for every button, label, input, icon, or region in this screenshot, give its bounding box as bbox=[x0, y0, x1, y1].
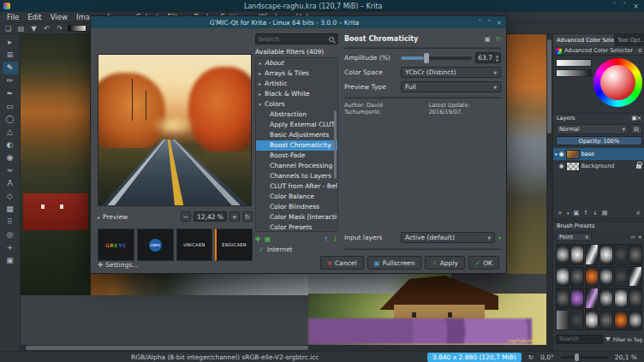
zoom-in-button[interactable]: + bbox=[230, 211, 240, 222]
ellipse-tool-icon[interactable]: ◯ bbox=[3, 113, 18, 126]
brush-preset[interactable] bbox=[599, 244, 613, 265]
close-icon[interactable]: × bbox=[633, 3, 639, 10]
brush-preset[interactable] bbox=[585, 244, 599, 265]
duplicate-layer-button[interactable]: ▣ bbox=[573, 210, 579, 217]
canvas-rotation-icon[interactable]: ↻ bbox=[528, 353, 534, 361]
opacity-slider[interactable]: Opacity: 100% bbox=[556, 136, 642, 145]
brush-preset[interactable] bbox=[599, 266, 613, 288]
layer-row-base[interactable]: ▾ ◉ base bbox=[553, 148, 644, 160]
filter-item[interactable]: Apply External CLUT bbox=[256, 120, 337, 130]
visibility-eye-icon[interactable]: ◉ bbox=[559, 151, 564, 157]
gmic-dialog-titlebar[interactable]: G'MIC-Qt for Krita - Linux 64 bits - 3.0… bbox=[91, 16, 506, 28]
close-docker-icon[interactable]: × bbox=[637, 115, 641, 122]
layer-row-background[interactable]: ▾ ◉ Background bbox=[553, 160, 644, 172]
zoom-reset-icon[interactable]: ↻ bbox=[242, 211, 253, 222]
canvas-vertical-scrollbar[interactable] bbox=[546, 34, 552, 351]
brush-search-input[interactable] bbox=[556, 335, 603, 344]
redo-icon[interactable]: ↷ bbox=[55, 25, 64, 33]
reset-parameters-icon[interactable]: ↻ bbox=[496, 35, 501, 43]
layers-options-icon[interactable]: ▾ bbox=[498, 234, 501, 240]
minimize-icon[interactable]: ˇ bbox=[612, 3, 616, 10]
filter-item[interactable]: CLUT from After - Before bbox=[256, 181, 337, 192]
filter-item[interactable]: Color Balance bbox=[256, 192, 337, 202]
freehand-brush-tool-icon[interactable]: ✎ bbox=[3, 62, 18, 74]
add-preset-button[interactable]: + bbox=[638, 234, 642, 240]
ok-button[interactable]: ✓ OK bbox=[468, 256, 499, 270]
rectangle-tool-icon[interactable]: ▭ bbox=[3, 100, 18, 113]
reference-tool-icon[interactable]: ▦ bbox=[3, 203, 18, 216]
app-titlebar[interactable]: Landscape-raghu.kra (120,7 MiB) – Krita … bbox=[0, 0, 644, 12]
gmic-preview-image[interactable] bbox=[98, 54, 252, 206]
brush-preset[interactable] bbox=[556, 244, 569, 265]
add-layer-dropdown-icon[interactable]: ▾ bbox=[567, 211, 569, 216]
internet-checkbox[interactable]: ✓ Internet bbox=[259, 246, 292, 253]
brush-preset[interactable] bbox=[614, 266, 628, 288]
delete-layer-button[interactable]: × bbox=[635, 210, 641, 217]
brush-preset[interactable] bbox=[614, 310, 628, 331]
canvas-horizontal-scrollbar[interactable] bbox=[21, 345, 546, 351]
collapse-arrow-icon[interactable]: ▸ bbox=[98, 214, 100, 220]
preview-checkbox-label[interactable]: Preview bbox=[103, 213, 128, 221]
zoom-tool-icon[interactable]: + bbox=[3, 241, 18, 254]
cancel-button[interactable]: × Cancel bbox=[320, 256, 364, 270]
brush-preset[interactable] bbox=[570, 266, 584, 288]
shade-strip[interactable] bbox=[556, 69, 592, 77]
add-layer-button[interactable]: + bbox=[558, 210, 563, 217]
line-tool-icon[interactable]: ✏ bbox=[3, 74, 18, 87]
dialog-close-icon[interactable]: × bbox=[497, 19, 502, 27]
color-space-dropdown[interactable]: YCbCr (Distinct) ▼ bbox=[401, 67, 501, 78]
filter-item[interactable]: Abstraction bbox=[256, 110, 337, 120]
filter-item[interactable]: Channel Processing bbox=[256, 161, 337, 171]
move-up-icon[interactable]: ↑ bbox=[324, 235, 330, 243]
selector-settings-icon[interactable]: ≡ bbox=[638, 47, 642, 54]
brush-preset[interactable] bbox=[629, 310, 642, 331]
input-layers-dropdown[interactable]: Active (default) ▼ bbox=[401, 232, 495, 243]
filter-list-scrollbar[interactable] bbox=[334, 110, 337, 180]
brush-preset[interactable] bbox=[614, 244, 628, 265]
preview-type-dropdown[interactable]: Full ▼ bbox=[401, 81, 501, 92]
brush-preset[interactable] bbox=[570, 244, 584, 265]
filter-in-tag-label[interactable]: Filter in Tag bbox=[613, 336, 642, 342]
visibility-eye-icon[interactable]: ◉ bbox=[559, 163, 564, 169]
canvas-angle-value[interactable]: 0,0° bbox=[540, 353, 554, 361]
blend-mode-dropdown[interactable]: Normal ▼ bbox=[556, 124, 629, 134]
gradient-tool-icon[interactable]: ◐ bbox=[3, 139, 18, 151]
brush-preset[interactable] bbox=[585, 288, 599, 309]
dialog-minimize-icon[interactable]: ˇ bbox=[478, 19, 481, 27]
filter-search-input[interactable] bbox=[256, 36, 329, 43]
tab-advanced-color-selector[interactable]: Advanced Color Sele... bbox=[553, 34, 614, 46]
filter-category[interactable]: ▸Arrays & Tiles bbox=[256, 68, 337, 79]
add-fave-icon[interactable]: ✚ bbox=[255, 235, 261, 243]
brush-preset[interactable] bbox=[556, 288, 569, 309]
fullscreen-button[interactable]: ▣ Fullscreen bbox=[367, 256, 422, 270]
brush-preset[interactable] bbox=[629, 244, 642, 265]
brush-preset[interactable] bbox=[570, 310, 584, 331]
smart-patch-tool-icon[interactable]: ≈ bbox=[3, 164, 18, 177]
brush-preset[interactable] bbox=[585, 310, 599, 331]
filter-item[interactable]: Boost-Fade bbox=[256, 151, 337, 161]
menu-file[interactable]: File bbox=[3, 13, 23, 21]
filter-item[interactable]: Color Mask [Interactive] bbox=[256, 212, 337, 223]
expand-icon[interactable]: ▾ bbox=[555, 151, 558, 157]
dialog-maximize-icon[interactable]: ˆ bbox=[487, 19, 491, 27]
move-down-icon[interactable]: ↓ bbox=[332, 235, 338, 243]
brush-preset[interactable] bbox=[629, 266, 642, 288]
move-tool-icon[interactable]: ⊞ bbox=[3, 49, 18, 62]
filter-item[interactable]: Channels to Layers bbox=[256, 171, 337, 181]
zoom-slider[interactable] bbox=[561, 356, 608, 359]
filter-item[interactable]: Basic Adjustments bbox=[256, 130, 337, 140]
maximize-icon[interactable]: ˆ bbox=[623, 3, 626, 10]
filter-category[interactable]: ▸Black & White bbox=[256, 89, 337, 99]
tag-icon[interactable]: ▱ bbox=[631, 234, 635, 240]
select-rect-tool-icon[interactable]: ⠿ bbox=[3, 216, 18, 228]
filter-item[interactable]: Color Blindness bbox=[256, 202, 337, 212]
polygon-tool-icon[interactable]: △ bbox=[3, 126, 18, 139]
new-document-icon[interactable]: ❏ bbox=[3, 25, 13, 33]
text-tool-icon[interactable]: A bbox=[3, 177, 18, 190]
hue-wheel[interactable] bbox=[593, 58, 642, 107]
spinner-arrows-icon[interactable]: ▲▼ bbox=[494, 54, 500, 62]
move-layer-up-button[interactable]: ↑ bbox=[583, 210, 588, 217]
save-document-icon[interactable]: ▼ bbox=[29, 25, 39, 33]
layer-filter-button[interactable]: ▤ bbox=[630, 124, 642, 134]
filter-category[interactable]: ▸Artistic bbox=[256, 79, 337, 89]
